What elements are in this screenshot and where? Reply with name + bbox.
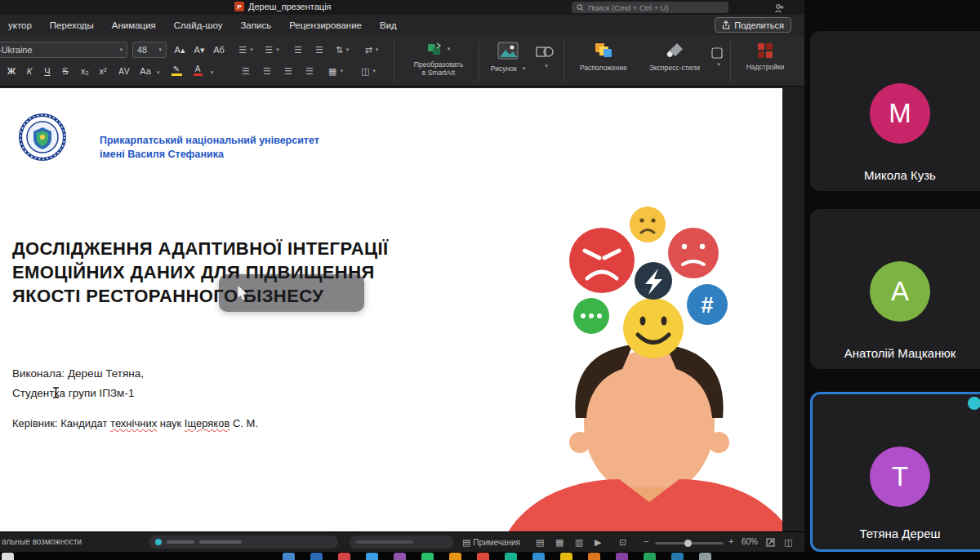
participant-tile[interactable]: A Анатолій Мацканюк bbox=[810, 209, 980, 369]
align-center-button[interactable]: ☰ bbox=[258, 64, 276, 78]
increase-indent-button[interactable]: ☰ bbox=[310, 42, 328, 57]
dock-app-icon[interactable] bbox=[366, 553, 378, 560]
ribbon: -Ukraine ▾ 48 ▾ А▴ А▾ Аб Ж К Ч S х₂ х² А… bbox=[0, 36, 804, 87]
normal-view-button[interactable]: ▤ bbox=[536, 537, 544, 548]
bullets-button[interactable]: ☰▾ bbox=[237, 42, 255, 57]
clear-formatting-button[interactable]: Аб bbox=[211, 42, 227, 57]
superscript-button[interactable]: х² bbox=[95, 64, 111, 78]
fit-slide-icon[interactable] bbox=[766, 538, 775, 547]
justify-button[interactable]: ☰ bbox=[301, 64, 318, 78]
subscript-button[interactable]: х₂ bbox=[77, 64, 93, 78]
decrease-font-button[interactable]: А▾ bbox=[191, 42, 207, 57]
tab-animation[interactable]: Анимация bbox=[112, 20, 156, 30]
dock-app-icon[interactable] bbox=[2, 553, 14, 560]
columns-button[interactable]: ▦▾ bbox=[327, 64, 345, 78]
slide-canvas[interactable]: Прикарпатський національний університет … bbox=[0, 88, 782, 531]
highlight-color-button[interactable]: ✎ bbox=[168, 63, 185, 78]
increase-font-button[interactable]: А▴ bbox=[172, 42, 188, 57]
chevron-down-icon: ▾ bbox=[158, 47, 162, 53]
svg-text:#: # bbox=[701, 293, 713, 318]
slideshow-view-button[interactable]: ▶ bbox=[595, 537, 601, 548]
effects-dropdown-button[interactable]: ▾ bbox=[709, 47, 725, 68]
align-right-button[interactable]: ☰ bbox=[279, 64, 297, 78]
dock-app-icon[interactable] bbox=[532, 553, 545, 560]
slide-sorter-view-button[interactable]: ▦ bbox=[555, 537, 564, 548]
participant-tile[interactable]: M Микола Кузь bbox=[810, 31, 980, 191]
strikethrough-button[interactable]: S bbox=[57, 64, 74, 78]
font-color-button[interactable]: А bbox=[189, 63, 206, 78]
smartart-label-2: в SmartArt bbox=[414, 69, 463, 77]
align-text-button[interactable]: ◫▾ bbox=[359, 64, 377, 78]
tab-transitions[interactable]: Переходы bbox=[50, 20, 94, 30]
chevron-down-icon: ▾ bbox=[717, 61, 720, 68]
dock-app-icon[interactable] bbox=[310, 553, 323, 560]
dock-app-icon[interactable] bbox=[560, 553, 572, 560]
tab-slideshow[interactable]: Слайд-шоу bbox=[174, 20, 223, 30]
overlay-dash bbox=[356, 540, 413, 544]
line-spacing-button[interactable]: ⇅▾ bbox=[333, 42, 351, 57]
decrease-indent-button[interactable]: ☰ bbox=[289, 42, 307, 57]
bold-button[interactable]: Ж bbox=[3, 64, 20, 78]
dock-app-icon[interactable] bbox=[644, 553, 656, 560]
cursor-arrow-icon bbox=[237, 286, 248, 300]
meeting-overlay-pill bbox=[149, 536, 338, 549]
dock-app-icon[interactable] bbox=[671, 553, 684, 560]
font-name-select[interactable]: -Ukraine ▾ bbox=[0, 42, 127, 58]
dock-app-icon[interactable] bbox=[338, 553, 350, 560]
tab-review[interactable]: Рецензирование bbox=[289, 20, 362, 30]
zoom-out-button[interactable]: − bbox=[644, 536, 648, 546]
participant-name: Микола Кузь bbox=[810, 168, 980, 182]
shapes-icon bbox=[536, 44, 554, 59]
numbering-button[interactable]: ☰▾ bbox=[263, 42, 281, 57]
search-placeholder: Поиск (Cmd + Ctrl + U) bbox=[588, 3, 669, 12]
quick-styles-button[interactable]: Экспресс-стили bbox=[640, 42, 709, 72]
supervisor-word-spellcheck: технічних bbox=[110, 417, 157, 429]
smartart-button[interactable]: ▾ Преобразовать в SmartArt bbox=[403, 42, 474, 77]
dock-app-icon[interactable] bbox=[477, 553, 489, 560]
arrange-button[interactable]: Расположение bbox=[572, 42, 635, 72]
supervisor-line[interactable]: Керівник: Кандидат технічних наук Іщеряк… bbox=[12, 417, 258, 429]
italic-button[interactable]: К bbox=[21, 64, 38, 78]
shapes-button[interactable]: ▾ bbox=[532, 44, 557, 69]
zoom-slider[interactable] bbox=[655, 542, 724, 544]
expand-icon[interactable]: ◫ bbox=[784, 537, 792, 548]
tab-constructor[interactable]: уктор bbox=[8, 20, 32, 30]
character-spacing-button[interactable]: АV bbox=[116, 64, 132, 78]
dock-app-icon[interactable] bbox=[699, 553, 711, 560]
accessibility-status: альные возможности bbox=[2, 537, 82, 546]
dock-app-icon[interactable] bbox=[394, 553, 406, 560]
tab-record[interactable]: Запись bbox=[240, 20, 271, 30]
dock-app-icon[interactable] bbox=[421, 553, 434, 560]
share-button[interactable]: Поделиться bbox=[715, 17, 791, 33]
university-name-line2: імені Василя Стефаника bbox=[100, 148, 319, 162]
font-size-select[interactable]: 48 ▾ bbox=[132, 42, 167, 58]
dock-app-icon[interactable] bbox=[588, 553, 600, 560]
font-size-value: 48 bbox=[137, 45, 147, 55]
dock-app-icon[interactable] bbox=[449, 553, 461, 560]
dock-app-icon[interactable] bbox=[505, 553, 517, 560]
underline-button[interactable]: Ч bbox=[39, 64, 56, 78]
change-case-button[interactable]: Аа bbox=[137, 64, 154, 78]
chevron-down-icon: ▾ bbox=[211, 69, 214, 76]
effects-icon bbox=[711, 47, 723, 59]
author-line2: Студентка групи ІПЗм-1 bbox=[12, 384, 144, 403]
dock-app-icon[interactable] bbox=[283, 553, 295, 560]
zoom-in-button[interactable]: + bbox=[728, 536, 733, 546]
participant-tile-active-speaker[interactable]: T Тетяна Дереш bbox=[810, 392, 980, 552]
arrange-icon bbox=[595, 42, 612, 59]
picture-button[interactable]: Рисунок ▾ bbox=[487, 42, 529, 73]
author-block[interactable]: Виконала: Дереш Тетяна, Студентка групи … bbox=[12, 364, 144, 403]
divider bbox=[479, 41, 479, 82]
search-input[interactable]: Поиск (Cmd + Ctrl + U) bbox=[572, 2, 728, 13]
tab-view[interactable]: Вид bbox=[380, 20, 397, 30]
align-left-button[interactable]: ☰ bbox=[237, 64, 255, 78]
zoom-slider-knob[interactable] bbox=[684, 540, 692, 547]
presenter-view-icon[interactable]: ⊡ bbox=[619, 537, 626, 548]
text-direction-button[interactable]: ⇄▾ bbox=[363, 42, 381, 57]
participants-panel: M Микола Кузь A Анатолій Мацканюк T Тетя… bbox=[804, 0, 980, 560]
addins-button[interactable]: Надстройки bbox=[738, 42, 792, 71]
dock-app-icon[interactable] bbox=[616, 553, 628, 560]
reading-view-button[interactable]: ▥ bbox=[575, 537, 583, 548]
university-name[interactable]: Прикарпатський національний університет … bbox=[100, 134, 319, 162]
comments-button[interactable]: ▤ Примечания bbox=[462, 537, 520, 548]
